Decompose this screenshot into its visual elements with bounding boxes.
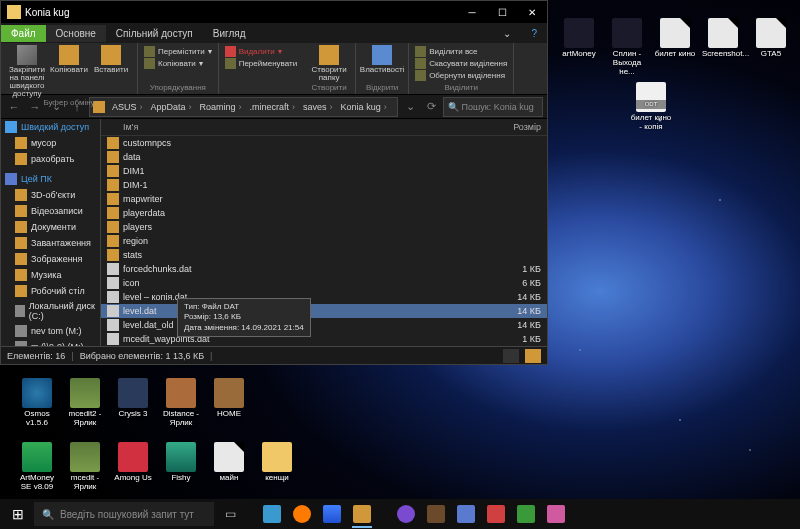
file-row[interactable]: DIM-1 (101, 178, 547, 192)
desktop-icon[interactable]: майн (208, 442, 250, 483)
tab-view[interactable]: Вигляд (203, 25, 256, 42)
sidebar-item[interactable]: мусор (1, 135, 100, 151)
file-row[interactable]: playerdata (101, 206, 547, 220)
sidebar-item[interactable]: m (\\9-0) (M:) (1, 339, 100, 346)
minimize-button[interactable]: ─ (457, 1, 487, 23)
desktop-icon[interactable]: Distance - Ярлик (160, 378, 202, 428)
pin-quick-access-button[interactable]: Закріпити на панелі швидкого доступу (7, 45, 47, 98)
task-view-button[interactable]: ▭ (216, 500, 244, 528)
breadcrumb-segment[interactable]: ASUS (108, 102, 147, 112)
file-row[interactable]: data (101, 150, 547, 164)
delete-button[interactable]: Видалити ▾ (225, 46, 298, 57)
taskbar-app[interactable] (452, 500, 480, 528)
sidebar-item[interactable]: Документи (1, 219, 100, 235)
file-row[interactable]: players (101, 220, 547, 234)
file-row[interactable]: icon6 КБ (101, 276, 547, 290)
file-rows[interactable]: customnpcsdataDIM1DIM-1mapwriterplayerda… (101, 136, 547, 346)
taskbar-app[interactable] (422, 500, 450, 528)
breadcrumb-segment[interactable]: saves (299, 102, 337, 112)
refresh-button[interactable]: ⟳ (422, 98, 440, 116)
sidebar-item[interactable]: Робочий стіл (1, 283, 100, 299)
sidebar-item[interactable]: Зображення (1, 251, 100, 267)
close-button[interactable]: ✕ (517, 1, 547, 23)
file-row[interactable]: stats (101, 248, 547, 262)
sidebar-item[interactable]: Завантаження (1, 235, 100, 251)
move-to-button[interactable]: Перемістити ▾ (144, 46, 212, 57)
desktop-icon[interactable]: mcedit - Ярлик (64, 442, 106, 492)
desktop-icon[interactable]: билет кино (654, 18, 696, 59)
desktop-icon[interactable]: Screenshot... (702, 18, 744, 59)
dropdown-button[interactable]: ⌄ (401, 98, 419, 116)
desktop-icon[interactable]: Crysis 3 (112, 378, 154, 419)
breadcrumb-segment[interactable]: .minecraft (246, 102, 300, 112)
file-row[interactable]: mcedit_waypoints.dat1 КБ (101, 332, 547, 346)
sidebar-this-pc[interactable]: Цей ПК (1, 171, 100, 187)
select-all-button[interactable]: Виділити все (415, 46, 507, 57)
taskbar-app[interactable] (392, 500, 420, 528)
desktop-icon[interactable]: artMoney (558, 18, 600, 59)
sidebar-item[interactable]: nev tom (M:) (1, 323, 100, 339)
breadcrumb-segment[interactable]: Konia kug (337, 102, 391, 112)
desktop-icon[interactable]: Osmos v1.5.6 (16, 378, 58, 428)
titlebar[interactable]: Konia kug ─ ☐ ✕ (1, 1, 547, 23)
desktop-icon[interactable]: mcedit2 - Ярлик (64, 378, 106, 428)
copy-to-button[interactable]: Копіювати ▾ (144, 58, 212, 69)
sidebar-quick-access[interactable]: Швидкий доступ (1, 119, 100, 135)
tab-file[interactable]: Файл (1, 25, 46, 42)
view-details-button[interactable] (503, 349, 519, 363)
sidebar-item[interactable]: 3D-об'єкти (1, 187, 100, 203)
tab-home[interactable]: Основне (46, 25, 106, 42)
taskbar-app[interactable] (512, 500, 540, 528)
desktop-icon[interactable]: ArtMoney SE v8.09 (16, 442, 58, 492)
start-button[interactable]: ⊞ (4, 500, 32, 528)
sidebar-item[interactable]: рахобрать (1, 151, 100, 167)
taskbar-app[interactable] (482, 500, 510, 528)
file-row[interactable]: level.dat_old14 КБ (101, 318, 547, 332)
desktop-icon[interactable]: HOME (208, 378, 250, 419)
ribbon-help[interactable]: ? (521, 25, 547, 42)
new-folder-button[interactable]: Створити папку (309, 45, 349, 82)
back-button[interactable]: ← (5, 98, 23, 116)
taskbar-app[interactable] (318, 500, 346, 528)
forward-button[interactable]: → (26, 98, 44, 116)
breadcrumb[interactable]: ASUSAppDataRoaming.minecraftsavesKonia k… (89, 97, 398, 117)
tab-share[interactable]: Спільний доступ (106, 25, 203, 42)
copy-button[interactable]: Копіювати (49, 45, 89, 98)
desktop-icon[interactable]: кенщи (256, 442, 298, 483)
sidebar-item[interactable]: Музика (1, 267, 100, 283)
desktop-icon[interactable]: GTA5 (750, 18, 792, 59)
sidebar-item[interactable]: Відеозаписи (1, 203, 100, 219)
sidebar-item[interactable]: Локальний диск (C:) (1, 299, 100, 323)
col-name[interactable]: Ім'я (117, 119, 487, 135)
file-row[interactable]: region (101, 234, 547, 248)
rename-button[interactable]: Перейменувати (225, 58, 298, 69)
desktop-icon[interactable]: Among Us (112, 442, 154, 483)
desktop-icon[interactable]: Сплин - Выхода не... (606, 18, 648, 76)
paste-button[interactable]: Вставити (91, 45, 131, 98)
desktop-icon[interactable]: билет кино - копія (630, 82, 672, 132)
taskbar-app[interactable] (258, 500, 286, 528)
file-row[interactable]: mapwriter (101, 192, 547, 206)
breadcrumb-segment[interactable]: AppData (147, 102, 196, 112)
invert-selection-button[interactable]: Обернути виділення (415, 70, 507, 81)
taskbar-app[interactable] (542, 500, 570, 528)
properties-button[interactable]: Властивості (362, 45, 402, 74)
file-row[interactable]: level.dat14 КБ (101, 304, 547, 318)
search-input[interactable]: 🔍 Пошук: Konia kug (443, 97, 543, 117)
view-large-button[interactable] (525, 349, 541, 363)
file-row[interactable]: customnpcs (101, 136, 547, 150)
taskbar-explorer[interactable] (348, 500, 376, 528)
breadcrumb-segment[interactable]: Roaming (196, 102, 246, 112)
col-size[interactable]: Розмір (487, 119, 547, 135)
maximize-button[interactable]: ☐ (487, 1, 517, 23)
ribbon-collapse[interactable]: ⌄ (493, 25, 521, 42)
nav-sidebar[interactable]: Швидкий доступ мусоррахобрать Цей ПК 3D-… (1, 119, 101, 346)
desktop-icon[interactable]: Fishy (160, 442, 202, 483)
file-row[interactable]: forcedchunks.dat1 КБ (101, 262, 547, 276)
file-row[interactable]: DIM1 (101, 164, 547, 178)
taskbar[interactable]: ⊞ 🔍Введіть пошуковий запит тут ▭ (0, 499, 800, 529)
column-headers[interactable]: Ім'я Розмір (101, 119, 547, 136)
taskbar-search[interactable]: 🔍Введіть пошуковий запит тут (34, 502, 214, 526)
file-row[interactable]: level – копія.dat14 КБ (101, 290, 547, 304)
deselect-button[interactable]: Скасувати виділення (415, 58, 507, 69)
